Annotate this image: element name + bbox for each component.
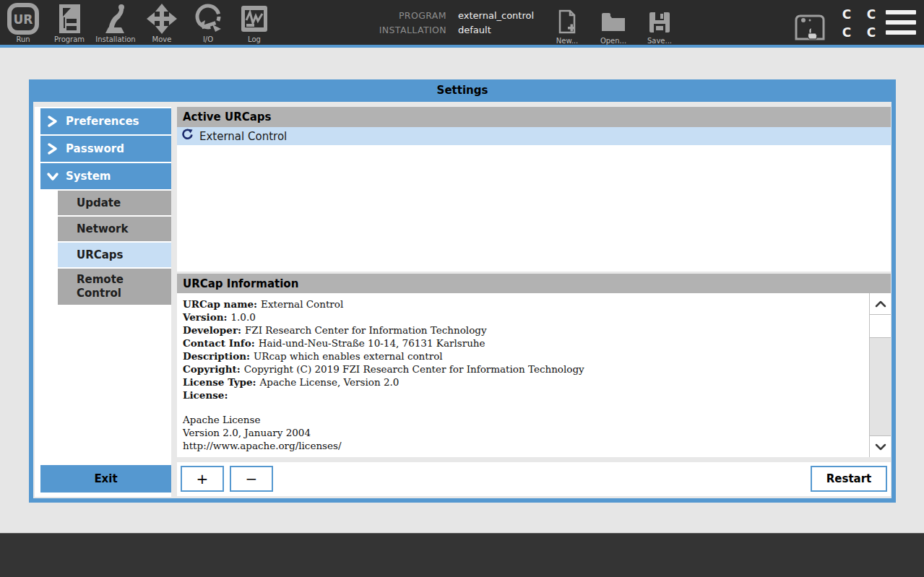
field-label: License Type: xyxy=(183,376,256,388)
sidebar-item-remote-control[interactable]: Remote Control xyxy=(58,269,171,305)
sidebar-subitem-label: Remote Control xyxy=(77,273,171,300)
chevron-right-icon xyxy=(46,115,59,128)
io-icon xyxy=(192,2,224,35)
active-urcaps-header: Active URCaps xyxy=(177,107,891,127)
field-label: Contact Info: xyxy=(183,337,255,349)
tab-label: Move xyxy=(152,35,172,43)
file-action-label: New... xyxy=(556,37,578,45)
new-file-icon xyxy=(556,8,579,37)
sidebar-subitem-label: URCaps xyxy=(77,248,124,261)
sidebar-item-password[interactable]: Password xyxy=(40,136,171,162)
restart-button[interactable]: Restart xyxy=(811,466,887,492)
status-bar: Speed 100% 15:39:05 June 14, 2019 xyxy=(0,533,924,577)
settings-sidebar: Preferences Password System Update xyxy=(35,107,171,497)
license-line: Apache License xyxy=(183,413,863,426)
new-button[interactable]: New... xyxy=(544,4,590,45)
move-icon xyxy=(146,2,178,35)
scrollbar-track[interactable] xyxy=(870,338,891,435)
field-value: Copyright (C) 2019 FZI Research Center f… xyxy=(244,363,584,375)
top-toolbar: UR Run Program Installation Mo xyxy=(0,0,924,48)
field-label: Description: xyxy=(183,350,250,362)
tab-run[interactable]: UR Run xyxy=(0,0,46,45)
sidebar-item-system[interactable]: System xyxy=(40,163,171,189)
remove-urcap-button[interactable]: − xyxy=(230,466,273,492)
save-button[interactable]: Save... xyxy=(636,4,683,45)
field-value: URcap which enables external control xyxy=(254,350,443,362)
log-icon xyxy=(238,2,270,35)
chevron-down-icon xyxy=(875,443,886,451)
urcap-list-item-external-control[interactable]: External Control xyxy=(177,127,891,145)
tab-program[interactable]: Program xyxy=(46,0,92,45)
tab-move[interactable]: Move xyxy=(139,0,185,45)
sidebar-subitem-label: Network xyxy=(77,222,128,235)
tab-installation[interactable]: Installation xyxy=(92,0,139,45)
field-label: URCap name: xyxy=(183,298,257,310)
sidebar-item-urcaps[interactable]: URCaps xyxy=(58,243,171,267)
program-info: PROGRAM external_control INSTALLATION de… xyxy=(324,9,534,38)
license-line: http://www.apache.org/licenses/ xyxy=(183,439,863,452)
tab-io[interactable]: I/O xyxy=(185,0,231,45)
field-label: Developer: xyxy=(183,324,241,336)
tab-label: Installation xyxy=(95,35,135,43)
scroll-up-button[interactable] xyxy=(870,293,891,315)
open-folder-icon xyxy=(600,8,627,37)
urcaps-list: External Control xyxy=(177,127,891,272)
field-value: FZI Research Center for Information Tech… xyxy=(245,324,487,336)
urcap-refresh-icon xyxy=(181,129,194,144)
field-label: Version: xyxy=(183,311,227,323)
scroll-down-button[interactable] xyxy=(870,435,891,457)
installation-label: INSTALLATION xyxy=(324,23,446,38)
sidebar-item-network[interactable]: Network xyxy=(58,217,171,241)
sidebar-item-preferences[interactable]: Preferences xyxy=(40,108,171,134)
svg-text:UR: UR xyxy=(14,12,33,27)
exit-button[interactable]: Exit xyxy=(40,465,171,493)
tab-label: I/O xyxy=(203,35,213,43)
program-icon xyxy=(55,2,84,35)
installation-name-value: default xyxy=(458,23,491,38)
ur-logo-icon: UR xyxy=(7,2,39,35)
urcaps-panel: Active URCaps External Control URCap Inf… xyxy=(177,107,891,496)
dialog-title: Settings xyxy=(29,79,896,102)
urcap-information-header: URCap Information xyxy=(177,274,891,293)
mode-indicator: C C C C xyxy=(838,6,880,40)
scrollbar-thumb[interactable] xyxy=(870,315,891,338)
tab-label: Program xyxy=(54,35,85,43)
file-action-label: Open... xyxy=(600,37,626,45)
file-actions: New... Open... Save... xyxy=(544,4,683,45)
sidebar-item-label: Password xyxy=(66,142,124,155)
main-tabs: UR Run Program Installation Mo xyxy=(0,0,277,45)
sidebar-item-label: Preferences xyxy=(66,115,139,128)
urcaps-action-bar: + − Restart xyxy=(177,462,891,496)
settings-dialog: Settings Preferences Password xyxy=(29,79,896,503)
info-scrollbar xyxy=(869,293,891,457)
mode-letter: C xyxy=(838,25,855,40)
mode-letter: C xyxy=(838,6,855,22)
field-value: External Control xyxy=(261,298,343,310)
sidebar-item-label: System xyxy=(66,170,111,183)
installation-icon xyxy=(100,2,131,35)
field-label: Copyright: xyxy=(183,363,241,375)
urcap-information-text: URCap name:External Control Version:1.0.… xyxy=(177,293,868,457)
chevron-right-icon xyxy=(46,142,59,155)
field-value: Apache License, Version 2.0 xyxy=(260,376,400,388)
sidebar-item-update[interactable]: Update xyxy=(58,191,171,215)
tab-label: Log xyxy=(248,35,261,43)
field-label: License: xyxy=(183,389,228,401)
urcap-name: External Control xyxy=(199,130,287,143)
chevron-down-icon xyxy=(46,170,59,183)
mode-letter: C xyxy=(863,25,880,40)
save-floppy-icon xyxy=(647,8,672,37)
open-button[interactable]: Open... xyxy=(590,4,636,45)
field-value: Haid-und-Neu-Straße 10-14, 76131 Karlsru… xyxy=(259,337,485,349)
urcap-information-panel: URCap name:External Control Version:1.0.… xyxy=(177,293,891,457)
hamburger-menu-icon[interactable] xyxy=(886,10,916,40)
field-value: 1.0.0 xyxy=(230,311,255,323)
add-urcap-button[interactable]: + xyxy=(181,466,224,492)
tab-log[interactable]: Log xyxy=(231,0,277,45)
license-line: Version 2.0, January 2004 xyxy=(183,426,863,439)
tab-label: Run xyxy=(16,35,30,43)
chevron-up-icon xyxy=(875,300,886,308)
toolbar-accent-line xyxy=(0,45,924,48)
touchscreen-keyboard-button[interactable] xyxy=(792,13,828,43)
polyscope-screen: UR Run Program Installation Mo xyxy=(0,0,924,577)
